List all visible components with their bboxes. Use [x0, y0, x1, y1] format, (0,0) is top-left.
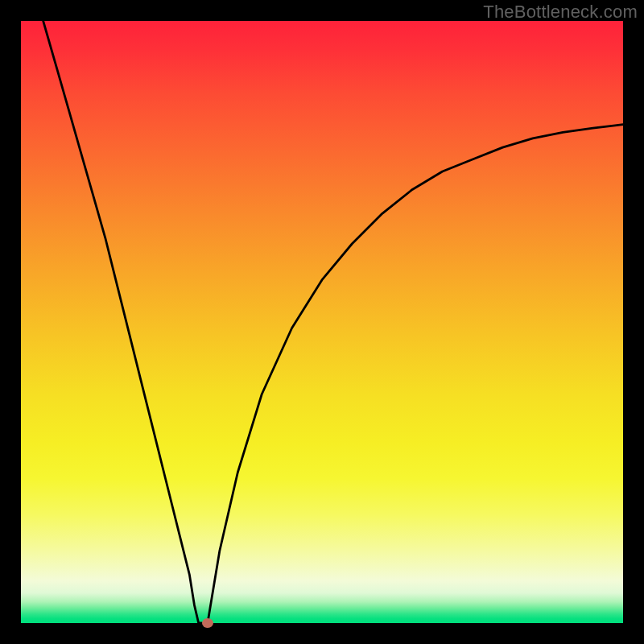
- chart-frame: TheBottleneck.com: [0, 0, 644, 644]
- plot-area: [21, 21, 623, 623]
- curve-svg: [21, 21, 623, 623]
- curve-right-branch: [208, 125, 623, 623]
- marker-dot: [202, 618, 213, 628]
- watermark-text: TheBottleneck.com: [483, 2, 638, 23]
- curve-left-branch: [43, 21, 202, 623]
